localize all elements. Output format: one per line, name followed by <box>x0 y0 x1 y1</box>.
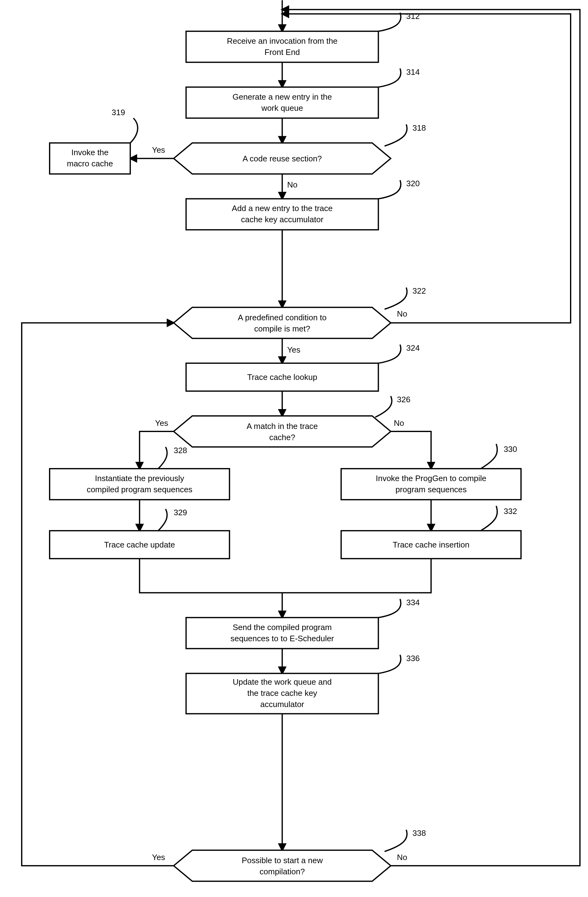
ref-330: 330 <box>504 444 517 454</box>
svg-text:compilation?: compilation? <box>260 867 305 876</box>
node-322-line1: compile is met? <box>254 324 310 333</box>
svg-text:accumulator: accumulator <box>260 700 304 709</box>
node-336-line2: accumulator <box>260 700 304 709</box>
svg-marker-14 <box>174 307 391 338</box>
svg-text:the trace cache key: the trace cache key <box>247 689 317 698</box>
node-330-line0: Invoke the ProgGen to compile <box>376 474 487 483</box>
svg-text:cache?: cache? <box>269 433 295 442</box>
node-312-line1: Front End <box>264 47 300 57</box>
node-328-line1: compiled program sequences <box>87 485 192 494</box>
node-326-line1: cache? <box>269 433 295 442</box>
node-314-line0: Generate a new entry in the <box>232 92 332 101</box>
svg-text:A predefined condition to: A predefined condition to <box>238 313 327 322</box>
ref-338: 338 <box>412 828 426 838</box>
node-312: Receive an invocation from the Front End… <box>186 11 420 63</box>
edge-332-merge <box>283 559 431 593</box>
node-322: A predefined condition to compile is met… <box>174 286 426 338</box>
edge-338-yes <box>22 323 174 866</box>
ref-318: 318 <box>412 123 426 133</box>
node-334-line0: Send the compiled program <box>233 623 332 632</box>
node-336-line1: the trace cache key <box>247 689 317 698</box>
node-329-line0: Trace cache update <box>104 540 175 550</box>
node-336-line0: Update the work queue and <box>233 677 332 687</box>
label-318-no: No <box>287 180 298 189</box>
svg-text:macro cache: macro cache <box>67 159 113 168</box>
ref-334: 334 <box>406 598 420 607</box>
svg-text:Invoke the ProgGen to compile: Invoke the ProgGen to compile <box>376 474 487 483</box>
node-334-line1: sequences to to E-Scheduler <box>231 634 334 643</box>
svg-text:Add a new entry to the trace: Add a new entry to the trace <box>232 204 333 213</box>
edge-326-yes <box>140 432 174 469</box>
label-326-no: No <box>394 418 404 428</box>
svg-text:program sequences: program sequences <box>396 485 467 494</box>
node-334: Send the compiled program sequences to t… <box>186 598 420 649</box>
node-314-line1: work queue <box>261 103 303 113</box>
svg-text:cache key accumulator: cache key accumulator <box>241 215 324 224</box>
edge-329-merge <box>140 559 283 593</box>
node-332-line0: Trace cache insertion <box>393 540 469 550</box>
node-319-line1: macro cache <box>67 159 113 168</box>
ref-332: 332 <box>504 507 517 516</box>
node-336: Update the work queue and the trace cach… <box>186 654 420 714</box>
node-338: Possible to start a new compilation? 338 <box>174 828 426 881</box>
label-326-yes: Yes <box>155 418 168 428</box>
svg-text:Receive an invocation from the: Receive an invocation from the <box>227 36 338 46</box>
node-324: Trace cache lookup 324 <box>186 343 420 391</box>
svg-text:Instantiate the previously: Instantiate the previously <box>95 474 184 483</box>
node-326-line0: A match in the trace <box>247 421 318 431</box>
node-318: A code reuse section? 318 <box>174 123 426 174</box>
ref-326: 326 <box>397 395 410 404</box>
node-318-line0: A code reuse section? <box>243 154 322 163</box>
ref-322: 322 <box>412 286 426 295</box>
svg-text:A code reuse section?: A code reuse section? <box>243 154 322 163</box>
node-314: Generate a new entry in the work queue 3… <box>186 67 420 118</box>
ref-336: 336 <box>406 654 420 663</box>
svg-text:Update the work queue and: Update the work queue and <box>233 677 332 687</box>
label-322-no: No <box>397 309 407 318</box>
svg-text:Trace cache insertion: Trace cache insertion <box>393 540 469 550</box>
svg-text:compiled program sequences: compiled program sequences <box>87 485 192 494</box>
svg-marker-39 <box>174 850 391 881</box>
svg-text:Trace cache update: Trace cache update <box>104 540 175 550</box>
ref-320: 320 <box>406 179 420 188</box>
node-319: Invoke the macro cache 319 <box>50 108 138 174</box>
svg-text:Invoke the: Invoke the <box>71 148 108 157</box>
edge-326-no <box>391 432 431 469</box>
node-320-line1: cache key accumulator <box>241 215 324 224</box>
node-330-line1: program sequences <box>396 485 467 494</box>
svg-text:work queue: work queue <box>261 103 303 113</box>
node-338-line0: Possible to start a new <box>242 856 323 865</box>
svg-text:Front End: Front End <box>264 47 300 57</box>
svg-text:Send the compiled program: Send the compiled program <box>233 623 332 632</box>
ref-312: 312 <box>406 11 420 21</box>
node-320-line0: Add a new entry to the trace <box>232 204 333 213</box>
ref-328: 328 <box>174 446 187 455</box>
label-338-yes: Yes <box>152 853 165 862</box>
ref-314: 314 <box>406 67 420 77</box>
label-338-no: No <box>397 853 407 862</box>
node-312-line0: Receive an invocation from the <box>227 36 338 46</box>
svg-text:compile is met?: compile is met? <box>254 324 310 333</box>
svg-text:Possible to start a new: Possible to start a new <box>242 856 323 865</box>
node-324-line0: Trace cache lookup <box>247 372 318 382</box>
svg-marker-19 <box>174 416 391 447</box>
flowchart: No No Yes No Yes Yes Yes No Invoke the m… <box>0 0 588 897</box>
node-319-line0: Invoke the <box>71 148 108 157</box>
ref-324: 324 <box>406 343 420 353</box>
node-322-line0: A predefined condition to <box>238 313 327 322</box>
svg-text:sequences to to E-Scheduler: sequences to to E-Scheduler <box>231 634 334 643</box>
svg-text:Generate a new entry in the: Generate a new entry in the <box>232 92 332 101</box>
svg-text:Trace cache lookup: Trace cache lookup <box>247 372 318 382</box>
svg-text:A match in the trace: A match in the trace <box>247 421 318 431</box>
label-318-yes: Yes <box>152 145 165 155</box>
ref-319: 319 <box>112 108 125 117</box>
node-320: Add a new entry to the trace cache key a… <box>186 179 420 230</box>
node-326: A match in the trace cache? 326 <box>174 395 411 447</box>
label-322-yes: Yes <box>287 345 300 354</box>
node-328-line0: Instantiate the previously <box>95 474 184 483</box>
ref-329: 329 <box>174 508 187 517</box>
node-338-line1: compilation? <box>260 867 305 876</box>
